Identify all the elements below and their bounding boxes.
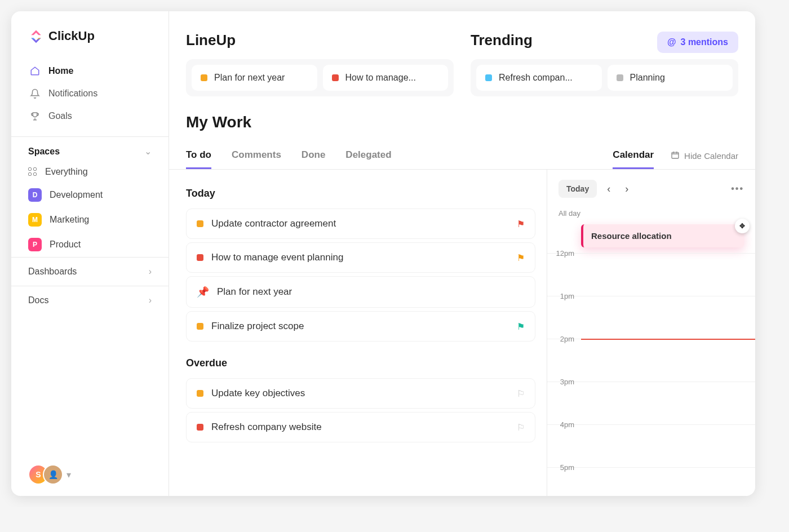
trending-card[interactable]: Refresh compan... — [476, 65, 602, 91]
space-badge-dev: D — [28, 188, 42, 202]
status-dot — [332, 74, 339, 81]
avatar: 👤 — [43, 464, 63, 485]
next-button[interactable]: › — [620, 181, 633, 197]
flag-icon[interactable]: ⚐ — [517, 388, 525, 399]
grid-icon — [28, 167, 37, 176]
home-icon — [29, 65, 41, 77]
space-everything-label: Everything — [45, 167, 88, 177]
status-dot — [197, 390, 203, 397]
calendar-panel: Today ‹ › ••• All day Resource allocatio… — [547, 170, 755, 496]
nav-goals[interactable]: Goals — [23, 105, 157, 127]
task-item[interactable]: Update contractor agreement ⚑ — [186, 209, 535, 239]
status-dot — [201, 74, 207, 81]
time-label: 3pm — [547, 378, 581, 386]
status-dot — [197, 254, 203, 261]
group-today-title: Today — [186, 188, 535, 200]
task-item[interactable]: 📌 Plan for next year — [186, 276, 535, 308]
task-label: Refresh company website — [211, 422, 322, 433]
task-item[interactable]: Finalize project scope ⚑ — [186, 311, 535, 342]
docs-section[interactable]: Docs › — [11, 286, 169, 314]
logo[interactable]: ClickUp — [11, 11, 169, 55]
flag-icon[interactable]: ⚑ — [517, 252, 525, 263]
time-row[interactable]: 5pm — [547, 467, 755, 496]
flag-icon[interactable]: ⚑ — [517, 219, 525, 229]
hide-calendar-button[interactable]: Hide Calendar — [654, 150, 738, 161]
lineup-card[interactable]: Plan for next year — [192, 65, 317, 91]
chevron-down-icon: ⌄ — [144, 146, 152, 157]
time-row[interactable]: 3pm — [547, 382, 755, 424]
status-dot — [197, 220, 203, 227]
today-button[interactable]: Today — [558, 180, 597, 198]
space-product[interactable]: P Product — [11, 232, 169, 257]
spaces-title: Spaces — [28, 147, 60, 157]
mentions-label: 3 mentions — [681, 37, 728, 47]
app-window: ClickUp Home Notifications Goals Spaces … — [11, 11, 755, 496]
avatar-section[interactable]: S 👤 ▾ — [11, 453, 169, 496]
time-label: 2pm — [547, 335, 581, 343]
tab-calendar[interactable]: Calendar — [613, 143, 654, 169]
nav-goals-label: Goals — [48, 111, 72, 121]
bell-icon — [29, 88, 41, 99]
time-row[interactable]: 1pm — [547, 296, 755, 339]
task-label: Update key objectives — [211, 388, 305, 399]
task-item[interactable]: Refresh company website ⚐ — [186, 412, 535, 442]
task-label: Plan for next year — [217, 286, 292, 298]
chevron-down-icon: ▾ — [67, 469, 71, 480]
tab-done[interactable]: Done — [302, 143, 326, 169]
status-dot — [617, 74, 623, 81]
status-dot — [197, 424, 203, 431]
space-label: Product — [50, 240, 81, 250]
trending-title: Trending — [471, 32, 533, 49]
calendar-header: Today ‹ › ••• — [547, 180, 755, 206]
lineup-title: LineUp — [186, 32, 454, 49]
at-icon: @ — [667, 37, 676, 47]
lineup-cards: Plan for next year How to manage... — [186, 59, 454, 96]
svg-rect-0 — [672, 152, 679, 158]
space-marketing[interactable]: M Marketing — [11, 207, 169, 232]
space-everything[interactable]: Everything — [11, 161, 169, 183]
tasks-column: Today Update contractor agreement ⚑ How … — [169, 170, 547, 496]
logo-text: ClickUp — [48, 29, 95, 43]
time-grid: 12pm 1pm 2pm 3pm 4pm 5pm — [547, 253, 755, 496]
more-icon[interactable]: ••• — [731, 184, 744, 194]
dashboards-section[interactable]: Dashboards › — [11, 257, 169, 286]
nav-home[interactable]: Home — [23, 60, 157, 82]
space-development[interactable]: D Development — [11, 183, 169, 207]
spaces-header[interactable]: Spaces ⌄ — [11, 136, 169, 161]
time-label: 4pm — [547, 420, 581, 429]
hide-calendar-label: Hide Calendar — [684, 151, 738, 161]
flag-icon[interactable]: ⚐ — [517, 422, 525, 433]
trophy-icon — [29, 110, 41, 122]
task-label: Finalize project scope — [211, 321, 304, 332]
chevron-right-icon: › — [149, 295, 152, 305]
move-handle-icon[interactable]: ✥ — [735, 219, 750, 233]
flag-icon[interactable]: ⚑ — [517, 321, 525, 332]
docs-label: Docs — [28, 295, 48, 305]
calendar-event[interactable]: Resource allocation ✥ — [581, 224, 744, 247]
prev-button[interactable]: ‹ — [602, 181, 615, 197]
time-row[interactable]: 12pm — [547, 253, 755, 296]
lineup-widget: LineUp Plan for next year How to manage.… — [186, 32, 454, 96]
time-row[interactable]: 2pm — [547, 339, 755, 382]
avatar-stack: S 👤 — [28, 464, 63, 485]
mentions-badge[interactable]: @ 3 mentions — [657, 32, 738, 53]
time-row[interactable]: 4pm — [547, 424, 755, 467]
tab-delegated[interactable]: Delegated — [345, 143, 391, 169]
time-label: 5pm — [547, 463, 581, 472]
group-overdue-title: Overdue — [186, 357, 535, 369]
now-indicator — [581, 339, 755, 340]
tab-todo[interactable]: To do — [186, 143, 211, 169]
task-item[interactable]: How to manage event planning ⚑ — [186, 242, 535, 273]
main-content: LineUp Plan for next year How to manage.… — [169, 11, 755, 496]
task-label: Update contractor agreement — [211, 218, 336, 229]
task-item[interactable]: Update key objectives ⚐ — [186, 378, 535, 409]
card-label: How to manage... — [345, 73, 416, 83]
space-label: Development — [50, 190, 103, 200]
mywork-title: My Work — [169, 96, 755, 143]
nav-notifications[interactable]: Notifications — [23, 82, 157, 105]
tab-comments[interactable]: Comments — [232, 143, 281, 169]
content-row: Today Update contractor agreement ⚑ How … — [169, 170, 755, 496]
time-label: 1pm — [547, 292, 581, 300]
trending-card[interactable]: Planning — [608, 65, 733, 91]
lineup-card[interactable]: How to manage... — [323, 65, 449, 91]
